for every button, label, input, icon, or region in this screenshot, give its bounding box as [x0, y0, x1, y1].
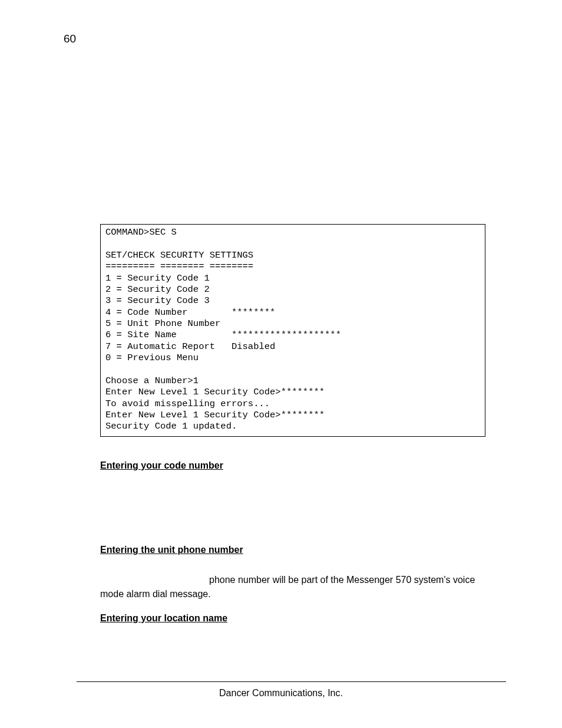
- terminal-output-box: COMMAND>SEC S SET/CHECK SECURITY SETTING…: [100, 224, 485, 437]
- terminal-line: Enter New Level 1 Security Code>********: [105, 410, 325, 420]
- terminal-line: 4 = Code Number ********: [105, 307, 275, 318]
- terminal-line: 0 = Previous Menu: [105, 353, 199, 363]
- terminal-line: COMMAND>SEC S: [105, 227, 177, 238]
- terminal-line: Enter New Level 1 Security Code>********: [105, 387, 325, 397]
- terminal-line: 2 = Security Code 2: [105, 284, 210, 295]
- terminal-line: ========= ======== ========: [105, 261, 253, 272]
- document-page: 60 COMMAND>SEC S SET/CHECK SECURITY SETT…: [0, 0, 562, 728]
- terminal-line: 5 = Unit Phone Number: [105, 318, 220, 329]
- terminal-line: 3 = Security Code 3: [105, 295, 210, 306]
- footer-text: Dancer Communications, Inc.: [0, 688, 562, 699]
- terminal-line: Security Code 1 updated.: [105, 421, 237, 431]
- footer-rule: [77, 681, 506, 682]
- heading-location-name: Entering your location name: [100, 613, 485, 624]
- page-number: 60: [64, 32, 76, 45]
- terminal-line: SET/CHECK SECURITY SETTINGS: [105, 250, 253, 261]
- terminal-line: 7 = Automatic Report Disabled: [105, 341, 275, 352]
- terminal-line: 1 = Security Code 1: [105, 273, 210, 284]
- terminal-line: Choose a Number>1: [105, 375, 199, 386]
- body-text-phone: phone number will be part of the Messeng…: [100, 573, 485, 601]
- terminal-line: To avoid misspelling errors...: [105, 398, 270, 409]
- terminal-line: 6 = Site Name ********************: [105, 330, 341, 340]
- body-text-phone-content: phone number will be part of the Messeng…: [100, 573, 485, 601]
- heading-unit-phone: Entering the unit phone number: [100, 545, 485, 555]
- heading-code-number: Entering your code number: [100, 460, 485, 471]
